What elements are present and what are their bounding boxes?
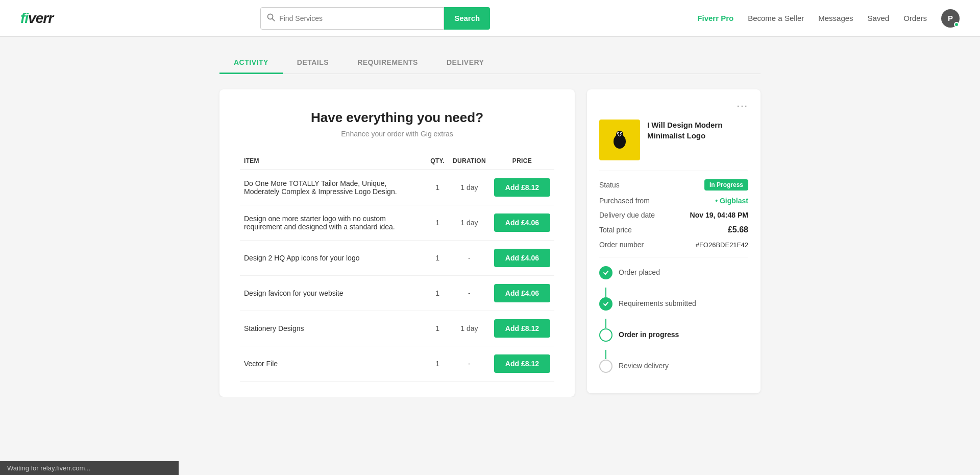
purchased-from-label: Purchased from bbox=[599, 197, 650, 205]
item-qty: 1 bbox=[426, 311, 449, 346]
item-desc: Design favicon for your website bbox=[240, 276, 426, 311]
extras-table: ITEM QTY. DURATION PRICE Do One More TOT… bbox=[240, 152, 554, 382]
item-desc: Do One More TOTALLY Tailor Made, Unique,… bbox=[240, 170, 426, 205]
logo[interactable]: fiverr bbox=[20, 10, 53, 27]
table-row: Design 2 HQ App icons for your logo 1 - … bbox=[240, 241, 554, 276]
timeline-label: Requirements submitted bbox=[619, 297, 696, 309]
item-desc: Stationery Designs bbox=[240, 311, 426, 346]
item-price: Add £4.06 bbox=[490, 241, 554, 276]
svg-line-1 bbox=[273, 19, 275, 21]
item-price: Add £4.06 bbox=[490, 205, 554, 241]
header: fiverr Search Fiverr Pro Become a Seller… bbox=[0, 0, 980, 37]
gig-info: I Will Design Modern Minimalist Logo bbox=[599, 120, 748, 160]
timeline: Order placed Requirements submitted Orde… bbox=[599, 257, 748, 373]
item-duration: - bbox=[449, 346, 490, 382]
table-row: Do One More TOTALLY Tailor Made, Unique,… bbox=[240, 170, 554, 205]
svg-point-6 bbox=[618, 133, 619, 134]
gig-details: Status In Progress Purchased from • Gigb… bbox=[599, 171, 748, 249]
col-header-qty: QTY. bbox=[426, 152, 449, 170]
nav-messages[interactable]: Messages bbox=[818, 14, 853, 22]
item-price: Add £8.12 bbox=[490, 170, 554, 205]
col-header-item: ITEM bbox=[240, 152, 426, 170]
search-icon bbox=[267, 13, 275, 23]
panel-title: Have everything you need? bbox=[240, 110, 554, 126]
timeline-dot bbox=[599, 328, 612, 342]
delivery-date-label: Delivery due date bbox=[599, 211, 655, 219]
table-row: Design favicon for your website 1 - Add … bbox=[240, 276, 554, 311]
timeline-label: Review delivery bbox=[619, 359, 669, 371]
table-row: Vector File 1 - Add £8.12 bbox=[240, 346, 554, 382]
total-price-label: Total price bbox=[599, 226, 632, 234]
tab-delivery[interactable]: DELIVERY bbox=[432, 52, 499, 74]
add-extra-button[interactable]: Add £4.06 bbox=[494, 284, 550, 302]
item-price: Add £8.12 bbox=[490, 311, 554, 346]
item-qty: 1 bbox=[426, 241, 449, 276]
status-row: Status In Progress bbox=[599, 179, 748, 191]
add-extra-button[interactable]: Add £8.12 bbox=[494, 354, 550, 373]
svg-point-3 bbox=[616, 131, 623, 138]
side-panel: ··· I Will Design Modern bbox=[587, 89, 761, 393]
search-button[interactable]: Search bbox=[444, 7, 490, 30]
main-content: ACTIVITY DETAILS REQUIREMENTS DELIVERY H… bbox=[209, 37, 771, 397]
nav-saved[interactable]: Saved bbox=[868, 14, 890, 22]
status-badge: In Progress bbox=[704, 179, 748, 191]
gig-thumbnail bbox=[599, 120, 640, 160]
avatar[interactable]: P bbox=[941, 9, 960, 28]
col-header-price: PRICE bbox=[490, 152, 554, 170]
timeline-dot bbox=[599, 360, 612, 373]
tab-requirements[interactable]: REQUIREMENTS bbox=[343, 52, 432, 74]
add-extra-button[interactable]: Add £8.12 bbox=[494, 319, 550, 338]
purchased-from-value[interactable]: • Gigblast bbox=[715, 197, 748, 205]
status-label: Status bbox=[599, 181, 620, 189]
add-extra-button[interactable]: Add £4.06 bbox=[494, 213, 550, 232]
purchased-from-row: Purchased from • Gigblast bbox=[599, 197, 748, 205]
total-price-value: £5.68 bbox=[728, 225, 748, 234]
item-desc: Vector File bbox=[240, 346, 426, 382]
item-duration: 1 day bbox=[449, 311, 490, 346]
nav-become-seller[interactable]: Become a Seller bbox=[748, 14, 804, 22]
table-header-row: ITEM QTY. DURATION PRICE bbox=[240, 152, 554, 170]
add-extra-button[interactable]: Add £4.06 bbox=[494, 249, 550, 267]
page-layout: Have everything you need? Enhance your o… bbox=[219, 89, 761, 397]
timeline-item: Requirements submitted bbox=[599, 297, 748, 311]
total-price-row: Total price £5.68 bbox=[599, 225, 748, 234]
nav-orders[interactable]: Orders bbox=[903, 14, 927, 22]
search-input-wrapper bbox=[260, 7, 444, 30]
delivery-date-value: Nov 19, 04:48 PM bbox=[690, 211, 748, 219]
item-qty: 1 bbox=[426, 276, 449, 311]
search-bar: Search bbox=[260, 7, 490, 30]
item-price: Add £8.12 bbox=[490, 346, 554, 382]
nav-links: Fiverr Pro Become a Seller Messages Save… bbox=[697, 9, 960, 28]
tab-activity[interactable]: ACTIVITY bbox=[219, 52, 283, 74]
item-duration: - bbox=[449, 276, 490, 311]
dot-icon: • bbox=[715, 197, 720, 205]
timeline-label: Order placed bbox=[619, 266, 660, 278]
nav-fiverr-pro[interactable]: Fiverr Pro bbox=[697, 14, 733, 22]
item-duration: - bbox=[449, 241, 490, 276]
tabs: ACTIVITY DETAILS REQUIREMENTS DELIVERY bbox=[219, 52, 761, 74]
item-qty: 1 bbox=[426, 346, 449, 382]
item-qty: 1 bbox=[426, 205, 449, 241]
more-options-icon[interactable]: ··· bbox=[737, 100, 748, 111]
gig-thumbnail-image bbox=[607, 127, 632, 153]
avatar-online-dot bbox=[954, 22, 959, 27]
add-extra-button[interactable]: Add £8.12 bbox=[494, 178, 550, 197]
svg-point-7 bbox=[621, 133, 622, 134]
gig-title-area: I Will Design Modern Minimalist Logo bbox=[647, 120, 748, 141]
item-duration: 1 day bbox=[449, 170, 490, 205]
panel-subtitle: Enhance your order with Gig extras bbox=[240, 130, 554, 138]
main-panel: Have everything you need? Enhance your o… bbox=[219, 89, 575, 397]
timeline-connector bbox=[605, 288, 606, 297]
search-input[interactable] bbox=[279, 14, 437, 22]
item-desc: Design one more starter logo with no cus… bbox=[240, 205, 426, 241]
order-number-label: Order number bbox=[599, 241, 644, 249]
timeline-dot bbox=[599, 297, 612, 311]
timeline-dot bbox=[599, 266, 612, 279]
order-number-value: #FO26BDE21F42 bbox=[696, 241, 748, 249]
tab-details[interactable]: DETAILS bbox=[283, 52, 343, 74]
item-duration: 1 day bbox=[449, 205, 490, 241]
timeline-connector bbox=[605, 319, 606, 328]
gig-title: I Will Design Modern Minimalist Logo bbox=[647, 120, 748, 141]
side-panel-menu: ··· bbox=[599, 100, 748, 111]
timeline-item: Order placed bbox=[599, 266, 748, 279]
